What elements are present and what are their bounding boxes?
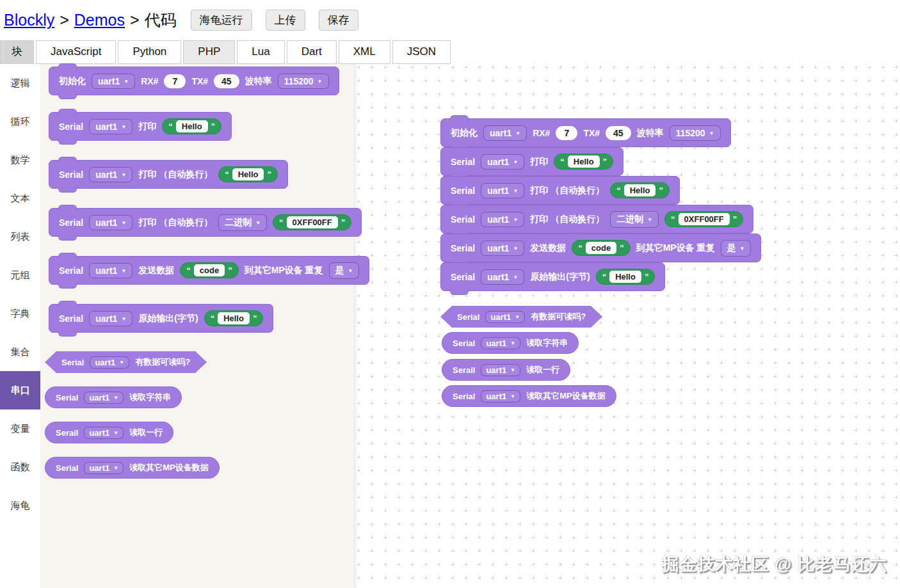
dropdown-field[interactable]: uart1▼: [89, 215, 133, 230]
string-value[interactable]: Hello: [176, 120, 208, 132]
dropdown-field[interactable]: uart1▼: [481, 183, 524, 198]
block-serial-read-mp-data[interactable]: Serialuart1▼读取其它MP设备数据: [442, 385, 616, 407]
number-input-field[interactable]: 7: [164, 74, 186, 88]
string-input-field[interactable]: “code”: [180, 262, 238, 278]
string-input-field[interactable]: “Hello”: [204, 310, 264, 326]
number-input-field[interactable]: 45: [214, 74, 239, 88]
block-serial-send-data[interactable]: Serialuart1▼发送数据“code”到其它MP设备 重复是▼: [49, 256, 369, 285]
block-serial-raw-output[interactable]: Serialuart1▼原始输出(字节)“Hello”: [440, 262, 665, 291]
block-serial-print[interactable]: Serialuart1▼打印“Hello”: [49, 112, 232, 141]
string-value[interactable]: Hello: [218, 312, 250, 324]
dropdown-field[interactable]: uart1▼: [481, 364, 520, 376]
sidebar-item-字典[interactable]: 字典: [0, 294, 40, 333]
string-input-field[interactable]: “0XFF00FF”: [664, 211, 743, 227]
dropdown-field[interactable]: uart1▼: [483, 125, 527, 141]
chevron-down-icon: ▼: [513, 160, 518, 165]
dropdown-field[interactable]: uart1▼: [481, 154, 524, 170]
string-input-field[interactable]: “Hello”: [610, 182, 670, 198]
tab-PHP[interactable]: PHP: [183, 40, 235, 64]
string-input-field[interactable]: “Hello”: [162, 118, 221, 134]
tab-XML[interactable]: XML: [339, 40, 390, 64]
sidebar-item-文本[interactable]: 文本: [0, 179, 40, 218]
dropdown-field[interactable]: 115200▼: [670, 125, 721, 141]
dropdown-field[interactable]: uart1▼: [481, 390, 520, 402]
sidebar-item-海龟[interactable]: 海龟: [0, 486, 40, 525]
string-value[interactable]: 0XFF00FF: [679, 213, 730, 225]
tab-Dart[interactable]: Dart: [287, 40, 337, 64]
block-text: TX#: [191, 76, 208, 86]
block-serial-raw-output[interactable]: Serialuart1▼原始输出(字节)“Hello”: [49, 304, 273, 333]
tab-JSON[interactable]: JSON: [392, 40, 451, 64]
string-value[interactable]: 0XFF00FF: [287, 216, 338, 228]
tab-JavaScript[interactable]: JavaScript: [36, 40, 116, 64]
number-input-field[interactable]: 7: [556, 126, 577, 140]
block-serial-read-line[interactable]: Serailuart1▼读取一行: [45, 422, 173, 443]
block-serial-init[interactable]: 初始化uart1▼RX#7TX#45波特率115200▼: [440, 118, 731, 147]
breadcrumb-link-blockly[interactable]: Blockly: [4, 11, 54, 29]
dropdown-value: uart1: [95, 218, 117, 228]
dropdown-field[interactable]: uart1▼: [89, 167, 133, 182]
block-serial-read-mp-data[interactable]: Serialuart1▼读取其它MP设备数据: [45, 457, 220, 479]
string-value[interactable]: Hello: [609, 271, 641, 283]
sidebar-item-变量[interactable]: 变量: [0, 409, 40, 448]
tab-块[interactable]: 块: [0, 40, 34, 64]
string-value[interactable]: Hello: [568, 155, 600, 168]
sidebar-item-数学[interactable]: 数学: [0, 141, 40, 179]
tab-Python[interactable]: Python: [118, 40, 181, 64]
sidebar-item-函数[interactable]: 函数: [0, 448, 40, 486]
number-input-field[interactable]: 45: [606, 126, 631, 140]
dropdown-field[interactable]: uart1▼: [481, 212, 524, 227]
dropdown-field[interactable]: uart1▼: [485, 311, 525, 323]
save-button[interactable]: 保存: [319, 10, 358, 31]
block-serial-read-line[interactable]: Serailuart1▼读取一行: [442, 359, 570, 381]
dropdown-field[interactable]: uart1▼: [481, 269, 524, 285]
block-text: Serial: [451, 243, 475, 253]
string-input-field[interactable]: “Hello”: [218, 166, 278, 182]
string-input-field[interactable]: “Hello”: [554, 154, 613, 170]
string-input-field[interactable]: “Hello”: [596, 269, 655, 285]
dropdown-field[interactable]: uart1▼: [89, 263, 133, 278]
block-serial-has-data[interactable]: Serialuart1▼有数据可读吗?: [440, 306, 602, 328]
sidebar-item-循环[interactable]: 循环: [0, 102, 40, 141]
sidebar-item-列表[interactable]: 列表: [0, 218, 40, 256]
dropdown-field[interactable]: uart1▼: [89, 311, 133, 326]
breadcrumb-link-demos[interactable]: Demos: [74, 11, 125, 29]
dropdown-field[interactable]: 二进制▼: [610, 211, 659, 228]
block-serial-println-format[interactable]: Serialuart1▼打印 （自动换行）二进制▼“0XFF00FF”: [440, 205, 753, 234]
upload-button[interactable]: 上传: [266, 10, 305, 31]
block-serial-println-format[interactable]: Serialuart1▼打印 （自动换行）二进制▼“0XFF00FF”: [49, 208, 362, 237]
tab-Lua[interactable]: Lua: [237, 40, 284, 64]
sidebar-item-元组[interactable]: 元组: [0, 256, 40, 294]
dropdown-field[interactable]: 是▼: [721, 240, 751, 257]
sidebar-item-串口[interactable]: 串口: [0, 371, 40, 409]
block-serial-read-string[interactable]: Serialuart1▼读取字符串: [442, 332, 579, 354]
block-serial-read-string[interactable]: Serialuart1▼读取字符串: [45, 386, 182, 408]
dropdown-field[interactable]: uart1▼: [481, 337, 520, 349]
dropdown-field[interactable]: 是▼: [329, 262, 360, 279]
block-serial-print[interactable]: Serialuart1▼打印“Hello”: [440, 147, 623, 176]
block-serial-has-data[interactable]: Serialuart1▼有数据可读吗?: [45, 351, 207, 373]
sidebar-item-逻辑[interactable]: 逻辑: [0, 64, 40, 102]
dropdown-field[interactable]: 115200▼: [278, 74, 329, 89]
block-text: RX#: [533, 128, 550, 138]
string-input-field[interactable]: “0XFF00FF”: [273, 214, 351, 230]
string-value[interactable]: code: [194, 264, 225, 276]
sidebar-item-集合[interactable]: 集合: [0, 333, 40, 371]
dropdown-field[interactable]: uart1▼: [90, 356, 129, 369]
dropdown-field[interactable]: uart1▼: [84, 427, 124, 439]
string-value[interactable]: Hello: [232, 168, 264, 180]
turtle-run-button[interactable]: 海龟运行: [191, 10, 252, 31]
block-serial-println[interactable]: Serialuart1▼打印 （自动换行）“Hello”: [49, 160, 288, 189]
block-serial-println[interactable]: Serialuart1▼打印 （自动换行）“Hello”: [440, 176, 680, 205]
dropdown-field[interactable]: uart1▼: [84, 392, 124, 404]
dropdown-field[interactable]: uart1▼: [92, 74, 135, 89]
dropdown-field[interactable]: uart1▼: [481, 241, 524, 256]
dropdown-field[interactable]: uart1▼: [89, 119, 133, 134]
string-value[interactable]: Hello: [624, 184, 656, 196]
dropdown-field[interactable]: 二进制▼: [218, 214, 267, 231]
string-input-field[interactable]: “code”: [572, 240, 630, 256]
block-serial-send-data[interactable]: Serialuart1▼发送数据“code”到其它MP设备 重复是▼: [440, 234, 761, 262]
block-serial-init[interactable]: 初始化uart1▼RX#7TX#45波特率115200▼: [49, 67, 339, 95]
string-value[interactable]: code: [586, 242, 616, 254]
dropdown-field[interactable]: uart1▼: [84, 462, 124, 474]
